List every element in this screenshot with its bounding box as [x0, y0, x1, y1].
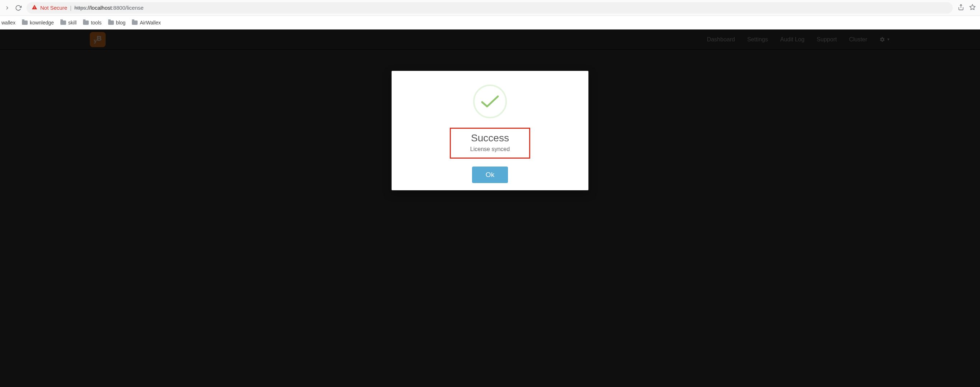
folder-icon — [22, 21, 28, 25]
bookmark-item[interactable]: kownledge — [22, 20, 54, 26]
security-status: Not Secure — [40, 5, 67, 11]
share-icon[interactable] — [958, 4, 964, 12]
bookmark-item[interactable]: wallex — [2, 20, 16, 26]
divider: | — [70, 5, 72, 11]
folder-icon — [132, 21, 138, 25]
reload-button[interactable] — [15, 5, 22, 11]
modal-title: Success — [470, 132, 510, 144]
warning-icon — [32, 4, 37, 11]
bookmark-item[interactable]: AirWallex — [132, 20, 161, 26]
browser-address-bar: Not Secure | https://localhost:8800/lice… — [0, 0, 980, 16]
folder-icon — [108, 21, 114, 25]
bookmark-star-icon[interactable] — [969, 4, 976, 12]
url-bar[interactable]: Not Secure | https://localhost:8800/lice… — [27, 2, 953, 14]
forward-button[interactable] — [4, 5, 10, 11]
folder-icon — [60, 21, 66, 25]
url-text: https://localhost:8800/license — [74, 5, 144, 11]
bookmark-item[interactable]: blog — [108, 20, 126, 26]
bookmark-item[interactable]: skill — [60, 20, 76, 26]
ok-button[interactable]: Ok — [472, 166, 508, 183]
highlight-annotation: Success License synced — [450, 128, 530, 158]
success-modal: Success License synced Ok — [391, 71, 589, 190]
bookmarks-bar: wallex kownledge skill tools blog AirWal… — [0, 16, 980, 29]
svg-marker-1 — [970, 4, 975, 10]
modal-message: License synced — [470, 146, 510, 152]
bookmark-item[interactable]: tools — [83, 20, 102, 26]
success-check-icon — [473, 85, 507, 118]
folder-icon — [83, 21, 89, 25]
app-viewport: yB Dashboard Settings Audit Log Support … — [0, 29, 980, 387]
